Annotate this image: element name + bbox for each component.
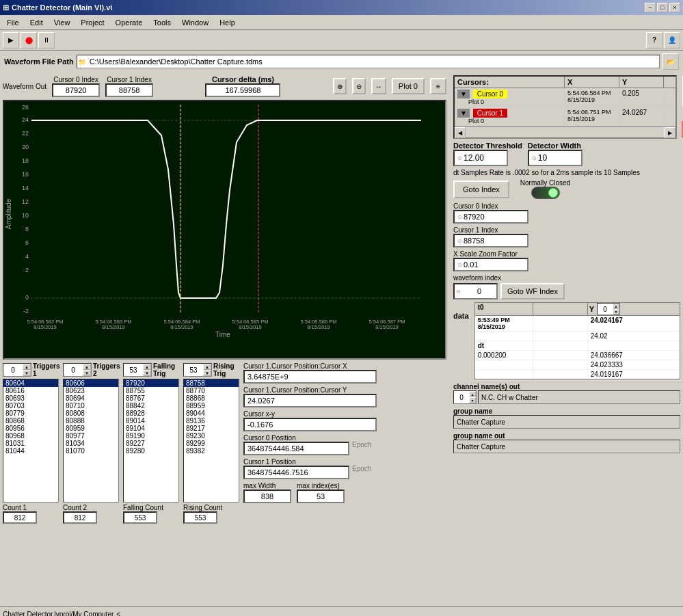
group-name-input[interactable]	[453, 415, 680, 429]
data-y-spinner-up[interactable]: ▲	[613, 304, 619, 309]
triggers1-item-0[interactable]: 80604	[3, 379, 58, 387]
cursor0-index-right-input[interactable]	[464, 213, 558, 221]
falling-item-4[interactable]: 88928	[124, 410, 178, 417]
rising-item-2[interactable]: 88868	[184, 394, 239, 402]
rising-item-9[interactable]: 89382	[184, 447, 239, 455]
triggers2-count-input[interactable]	[63, 511, 97, 524]
triggers1-spinner-down[interactable]: ▼	[23, 370, 31, 376]
triggers1-spinner-input[interactable]	[3, 364, 23, 376]
max-width-input[interactable]	[243, 490, 291, 503]
channel-name-input[interactable]	[478, 390, 680, 404]
cursor1-index-right-input[interactable]	[464, 237, 558, 245]
falling-item-8[interactable]: 89227	[124, 440, 178, 447]
menu-view[interactable]: View	[49, 17, 76, 28]
cursor0-expand-icon[interactable]: ▼	[457, 90, 470, 98]
cursor0-index-input[interactable]	[52, 83, 100, 97]
data-y-spinner-input[interactable]	[598, 304, 613, 314]
normally-closed-toggle[interactable]	[531, 187, 560, 199]
rising-count-input[interactable]	[183, 511, 217, 524]
triggers1-item-9[interactable]: 81044	[3, 447, 58, 455]
falling-list[interactable]: 87920 88755 88767 88842 88928 89014 8910…	[123, 379, 179, 503]
menu-project[interactable]: Project	[75, 17, 109, 28]
triggers2-spinner-input[interactable]	[64, 364, 83, 376]
falling-item-7[interactable]: 89190	[124, 432, 178, 440]
triggers1-item-8[interactable]: 81031	[3, 440, 58, 447]
rising-item-0[interactable]: 88758	[184, 379, 239, 387]
triggers2-item-4[interactable]: 80808	[64, 410, 118, 417]
cursor1-y-input[interactable]	[243, 394, 377, 407]
cursor1-pos-input[interactable]	[243, 466, 349, 479]
rising-item-7[interactable]: 89230	[184, 432, 239, 440]
data-y-spinner-down[interactable]: ▼	[613, 309, 619, 314]
triggers2-spinner-down[interactable]: ▼	[83, 370, 91, 376]
rising-list[interactable]: 88758 88770 88868 88959 89044 89136 8921…	[183, 379, 239, 503]
triggers1-count-input[interactable]	[3, 511, 37, 524]
triggers2-item-6[interactable]: 80959	[64, 425, 118, 432]
minimize-button[interactable]: −	[645, 3, 656, 12]
triggers2-item-2[interactable]: 80694	[64, 394, 118, 402]
toolbar-help-button[interactable]: ?	[646, 32, 662, 49]
group-name-out-input[interactable]	[453, 440, 680, 453]
goto-index-button[interactable]: Goto Index	[453, 180, 509, 198]
triggers2-item-0[interactable]: 80606	[64, 379, 118, 387]
cursor1-expand-icon[interactable]: ▼	[457, 109, 470, 118]
toolbar-run-button[interactable]: ▶	[3, 32, 19, 49]
triggers2-item-8[interactable]: 81034	[64, 440, 118, 447]
file-path-input[interactable]	[77, 55, 660, 68]
triggers1-spinner-up[interactable]: ▲	[23, 364, 31, 370]
menu-help[interactable]: Help	[214, 17, 241, 28]
rising-item-4[interactable]: 89044	[184, 410, 239, 417]
waveform-chart[interactable]: 26 24 22 20 18 16 14 12 10 8 6 4 2 0 -2	[3, 100, 446, 360]
falling-item-0[interactable]: 87920	[124, 379, 178, 387]
detector-width-input[interactable]	[538, 153, 641, 163]
menu-operate[interactable]: Operate	[110, 17, 148, 28]
max-index-input[interactable]	[297, 490, 345, 503]
triggers1-item-7[interactable]: 80968	[3, 432, 58, 440]
menu-file[interactable]: File	[1, 17, 25, 28]
falling-item-2[interactable]: 88767	[124, 394, 178, 402]
rising-item-5[interactable]: 89136	[184, 417, 239, 425]
toolbar-stop-button[interactable]: ⬤	[21, 32, 37, 49]
triggers1-item-4[interactable]: 80779	[3, 410, 58, 417]
x-scale-input[interactable]	[464, 260, 558, 269]
triggers2-spinner-up[interactable]: ▲	[83, 364, 91, 370]
wf-index-input[interactable]	[462, 284, 496, 298]
close-button[interactable]: ×	[669, 3, 680, 12]
cursor1-index-input[interactable]	[105, 83, 153, 97]
cursors-scroll-bottom[interactable]: ◀ ▶	[455, 126, 675, 137]
channel-spinner-input[interactable]	[454, 391, 469, 403]
menu-tools[interactable]: Tools	[148, 17, 176, 28]
falling-spinner-down[interactable]: ▼	[143, 370, 151, 376]
plot-btn[interactable]: Plot 0	[392, 78, 425, 94]
rising-item-6[interactable]: 89217	[184, 425, 239, 432]
rising-spinner-up[interactable]: ▲	[203, 364, 211, 370]
rising-item-1[interactable]: 88770	[184, 387, 239, 394]
triggers1-item-1[interactable]: 80616	[3, 387, 58, 394]
cursors-scroll-left[interactable]: ◀	[455, 127, 466, 138]
triggers1-item-5[interactable]: 80868	[3, 417, 58, 425]
toolbar-pause-button[interactable]: ⏸	[38, 32, 55, 49]
file-browse-button[interactable]: 📂	[662, 53, 679, 70]
zoom-out-button[interactable]: ⊖	[352, 78, 366, 94]
triggers2-item-9[interactable]: 81070	[64, 447, 118, 455]
channel-spinner-up[interactable]: ▲	[469, 391, 476, 397]
triggers2-item-1[interactable]: 80623	[64, 387, 118, 394]
rising-item-3[interactable]: 88959	[184, 402, 239, 410]
triggers2-item-7[interactable]: 80977	[64, 432, 118, 440]
pan-button[interactable]: ↔	[371, 78, 386, 94]
falling-item-5[interactable]: 89014	[124, 417, 178, 425]
goto-wf-index-button[interactable]: Goto WF Index	[500, 283, 565, 299]
channel-spinner-down[interactable]: ▼	[469, 397, 476, 403]
triggers2-item-5[interactable]: 80888	[64, 417, 118, 425]
falling-item-9[interactable]: 89280	[124, 447, 178, 455]
triggers1-list[interactable]: 80604 80616 80693 80703 80779 80868 8095…	[3, 379, 59, 503]
cursors-scroll-top[interactable]	[663, 77, 675, 88]
cursor1-x-input[interactable]	[243, 370, 377, 384]
zoom-in-button[interactable]: ⊕	[333, 78, 347, 94]
menu-window[interactable]: Window	[176, 17, 214, 28]
triggers1-item-3[interactable]: 80703	[3, 402, 58, 410]
falling-item-6[interactable]: 89104	[124, 425, 178, 432]
triggers2-list[interactable]: 80606 80623 80694 80710 80808 80888 8095…	[63, 379, 119, 503]
rising-spinner-down[interactable]: ▼	[203, 370, 211, 376]
falling-spinner-up[interactable]: ▲	[143, 364, 151, 370]
